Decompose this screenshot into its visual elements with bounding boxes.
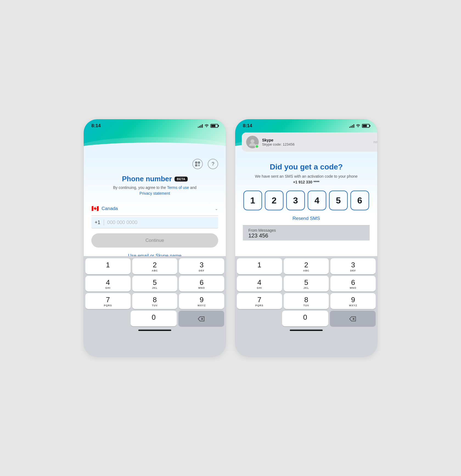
messages-code-display: 123 456 <box>248 233 364 239</box>
continue-button[interactable]: Continue <box>91 233 218 248</box>
skype-notif-avatar <box>246 136 259 148</box>
svg-rect-6 <box>198 165 199 165</box>
canada-flag: 🇨🇦 <box>91 205 99 212</box>
status-time-1: 8:14 <box>91 123 101 129</box>
online-dot <box>255 144 259 148</box>
key-8[interactable]: 8 TUV <box>132 293 178 309</box>
key2-7[interactable]: 7 PQRS <box>237 293 282 309</box>
messages-from-label: From Messages <box>248 228 364 233</box>
resend-sms-link[interactable]: Resend SMS <box>293 216 320 221</box>
svg-point-11 <box>251 139 254 143</box>
key-4[interactable]: 4 GHI <box>85 276 131 292</box>
email-skype-link[interactable]: Use email or Skype name <box>128 253 182 256</box>
code-title: Did you get a code? <box>270 163 343 171</box>
key-row-2-4: 0 <box>237 311 376 327</box>
svg-rect-3 <box>199 162 199 163</box>
status-icons-2 <box>349 124 370 128</box>
svg-rect-5 <box>196 165 197 166</box>
key-row-2-1: 1 2 ABC 3 DEF <box>237 258 376 274</box>
key-row-2-3: 7 PQRS 8 TUV 9 WXYZ <box>237 293 376 309</box>
page-title-1: Phone number <box>122 175 172 183</box>
key-6[interactable]: 6 MNO <box>179 276 224 292</box>
svg-rect-7 <box>199 165 200 165</box>
code-box-2[interactable]: 2 <box>265 191 283 210</box>
backspace-icon-2 <box>349 316 356 322</box>
top-icons-row: ? <box>91 158 218 171</box>
svg-rect-10 <box>199 165 199 166</box>
svg-rect-9 <box>199 166 200 166</box>
key-2[interactable]: 2 ABC <box>132 258 178 274</box>
help-button[interactable]: ? <box>208 159 218 169</box>
notif-body-text: Skype code: 123456 <box>262 142 370 146</box>
key2-6[interactable]: 6 MNO <box>330 276 376 292</box>
status-time-2: 8:14 <box>243 123 252 129</box>
signal-icon-2 <box>349 124 354 128</box>
key-7[interactable]: 7 PQRS <box>85 293 131 309</box>
country-code-display: +1 <box>95 220 104 225</box>
code-box-4[interactable]: 4 <box>308 191 326 210</box>
home-indicator-2 <box>290 330 323 331</box>
title-row: Phone number BETA <box>122 175 187 183</box>
code-box-5[interactable]: 5 <box>329 191 348 210</box>
svg-rect-1 <box>196 162 197 163</box>
key-0[interactable]: 0 <box>131 311 176 327</box>
phone-screen-2: 8:14 <box>235 119 378 357</box>
screen1-content: ? Phone number BETA By continuing, you a… <box>84 158 226 256</box>
messages-header: From Messages 123 456 <box>243 225 370 240</box>
key-row-2: 4 GHI 5 JKL 6 MNO <box>85 276 224 292</box>
phone-partial: +1 912 330 **** <box>293 180 319 184</box>
key-9[interactable]: 9 WXYZ <box>179 293 224 309</box>
key-1[interactable]: 1 <box>85 258 131 274</box>
chevron-down-icon: ⌄ <box>215 206 218 211</box>
key-5[interactable]: 5 JKL <box>132 276 178 292</box>
backspace-icon <box>198 316 205 322</box>
wifi-icon-2 <box>356 124 360 128</box>
svg-point-12 <box>249 143 256 146</box>
qr-code-button[interactable] <box>192 159 203 169</box>
notification-banner: Skype Skype code: 123456 now <box>242 132 377 152</box>
privacy-link[interactable]: Privacy statement <box>139 191 170 195</box>
key2-3[interactable]: 3 DEF <box>330 258 376 274</box>
key2-9[interactable]: 9 WXYZ <box>330 293 376 309</box>
phone-screen-1: 8:14 <box>83 119 226 357</box>
svg-rect-8 <box>198 166 199 166</box>
user-avatar-icon <box>249 138 256 146</box>
key2-4[interactable]: 4 GHI <box>237 276 282 292</box>
key2-1[interactable]: 1 <box>237 258 282 274</box>
signal-icon-1 <box>198 124 203 128</box>
key2-2[interactable]: 2 ABC <box>284 258 329 274</box>
key2-5[interactable]: 5 JKL <box>284 276 329 292</box>
help-icon: ? <box>212 161 214 167</box>
key-row-1: 1 2 ABC 3 DEF <box>85 258 224 274</box>
code-box-3[interactable]: 3 <box>286 191 305 210</box>
qr-icon <box>195 161 200 167</box>
keyboard-1: 1 2 ABC 3 DEF 4 GHI 5 JKL 6 MN <box>84 256 226 357</box>
key2-0[interactable]: 0 <box>282 311 328 327</box>
battery-icon-1 <box>210 124 218 128</box>
key-3[interactable]: 3 DEF <box>179 258 224 274</box>
code-box-6[interactable]: 6 <box>350 191 369 210</box>
key-row-4: 0 <box>85 311 224 327</box>
keyboard-2: 1 2 ABC 3 DEF 4 GHI 5 JKL 6 MN <box>235 256 377 357</box>
subtitle-1: By continuing, you agree to the Terms of… <box>113 185 196 196</box>
code-box-1[interactable]: 1 <box>243 191 262 210</box>
key-row-2-2: 4 GHI 5 JKL 6 MNO <box>237 276 376 292</box>
battery-icon-2 <box>362 124 370 128</box>
key-backspace[interactable] <box>178 311 224 327</box>
notif-time: now <box>373 140 377 144</box>
subtitle-mid: and <box>190 185 196 190</box>
phone-input-row: +1 000 000 0000 <box>91 217 218 228</box>
terms-link[interactable]: Terms of use <box>167 185 189 190</box>
key-empty-left <box>85 311 129 327</box>
phone-placeholder[interactable]: 000 000 0000 <box>107 220 137 225</box>
status-icons-1 <box>198 124 218 128</box>
screen2-content: Did you get a code? We have sent an SMS … <box>235 158 377 256</box>
country-name: Canada <box>102 206 118 211</box>
home-indicator-1 <box>138 330 171 331</box>
key2-8[interactable]: 8 TUV <box>284 293 329 309</box>
country-selector[interactable]: 🇨🇦 Canada ⌄ <box>91 202 218 216</box>
country-left: 🇨🇦 Canada <box>91 205 118 212</box>
key2-backspace[interactable] <box>330 311 376 327</box>
notif-content: Skype Skype code: 123456 <box>262 138 370 146</box>
status-bar-2: 8:14 <box>235 119 377 131</box>
